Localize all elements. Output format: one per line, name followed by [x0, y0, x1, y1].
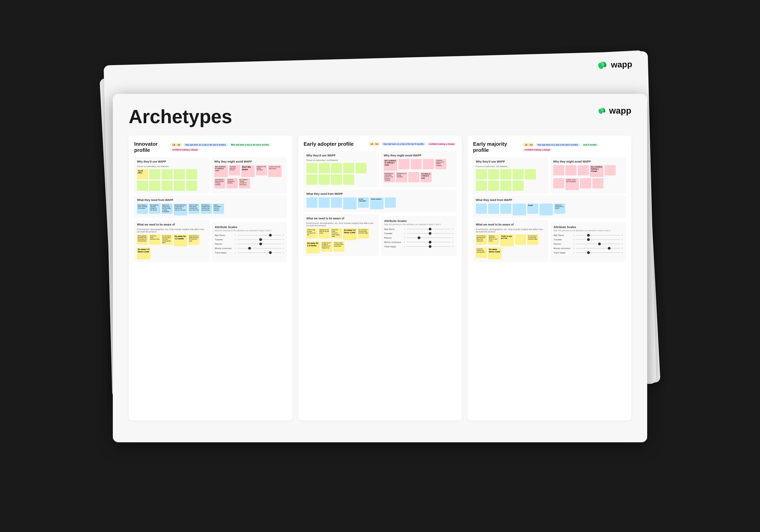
attr-row: Traveller 1 5: [553, 238, 623, 241]
sticky-note: Rarely go away for 3 times or more a yea…: [488, 234, 499, 245]
innovator-avoid-notes: Not confident in making a claim Confusio…: [214, 165, 284, 188]
innovator-tag-2: Who had been a trip in the last 6 months: [229, 143, 271, 147]
sticky-note: [500, 180, 511, 191]
sticky-note: Good: [527, 204, 538, 214]
sticky-savings: Savings on pricing did not returns: [554, 204, 565, 214]
sticky-go-away-innovator: Go away for 1-2 weeks: [174, 234, 187, 246]
sticky-note: [525, 169, 536, 179]
early-adopter-tag-2: confident making a change: [427, 142, 456, 146]
early-majority-attr-scales: Attribute Scales Rate this persona on th…: [550, 222, 626, 262]
sticky-note: Beneficiary to understand process of an …: [384, 172, 395, 182]
sticky-note: Prefer to stay in a hotel when going awa…: [333, 241, 344, 252]
innovator-why-avoid: Why they might avoid WAPP Not confident …: [212, 157, 287, 194]
sticky-activity-closer: Activity closer and smoother: [565, 178, 579, 190]
early-adopter-needs-notes: A risk calculator Good reviews: [307, 197, 453, 209]
innovator-attr-scales: Attribute Scales Rate this persona on th…: [212, 222, 287, 262]
sticky-note: [605, 165, 616, 175]
sticky-note: [580, 178, 591, 188]
sticky-note: [500, 169, 511, 179]
early-majority-tag-next6: next 6 months: [581, 143, 599, 147]
sticky-note: [411, 159, 422, 169]
early-adopter-title: Early adopter profile: [304, 141, 354, 147]
sticky-note: [307, 163, 317, 173]
sticky-note: More clarity on what's included in the p…: [137, 204, 148, 214]
early-majority-header: Early majority profile 18 - 54 Has had b…: [473, 141, 626, 153]
sticky-note: [500, 204, 511, 214]
sticky-note: Don't like jargon: [241, 165, 255, 177]
sticky-note: [540, 204, 553, 216]
attr-row: Money conscious 1 5: [553, 247, 623, 250]
sticky-note: [331, 163, 342, 173]
attr-row: Track happy 1 5: [553, 252, 623, 254]
early-majority-why-use: Why they'd use WAPP Focus on outcomes, n…: [473, 157, 548, 194]
innovator-profile: Innovator profile 18 - 44 Has had been o…: [129, 135, 293, 420]
attr-row: App Savvy 1 5: [215, 234, 284, 236]
early-majority-title: Early majority profile: [473, 141, 522, 153]
sticky-note: Do not tend to use any other insurance a…: [358, 228, 369, 239]
attr-row: Track happy 1 5: [215, 252, 284, 254]
sticky-note: [331, 197, 342, 208]
sticky-note: Limited use of an app for insurance but …: [321, 241, 332, 252]
wapp-wordmark: wapp: [609, 106, 631, 116]
wapp-logo-icon: [597, 107, 607, 115]
early-majority-age-tag: 18 - 54: [522, 143, 534, 147]
sticky-note: [162, 180, 172, 191]
early-adopter-aware-notes: Prefer to pay for than insurance per tri…: [307, 228, 376, 253]
sticky-note: [513, 204, 526, 216]
sticky-go-away-ea: Go away 1-2 times a year: [421, 172, 432, 182]
early-majority-needs: What they need from WAPP Good Savings on…: [473, 196, 626, 218]
early-majority-tag-1: Has had been on a trip in the last 6 mon…: [536, 143, 580, 147]
sticky-note: [137, 180, 148, 191]
sticky-note: Write typically get their travel informa…: [137, 234, 148, 245]
sticky-note: [174, 169, 185, 179]
sticky-prefer-pay-em: Prefer to pay per trip: [500, 234, 514, 246]
sticky-note: [399, 159, 409, 169]
main-card: Archetypes wapp Innovator profile: [113, 94, 647, 442]
sticky-note: [593, 178, 603, 188]
scene: wapp Empathy map - Innovator Archetypes …: [93, 48, 667, 484]
sticky-note: [476, 169, 487, 179]
sticky-note: Do not tend to use any other insurance a…: [162, 234, 172, 245]
innovator-needs: What they need from WAPP More clarity on…: [134, 196, 287, 218]
sticky-note: [343, 174, 354, 185]
sticky-note: Confusion buying an on product company: [435, 159, 446, 169]
early-adopter-use-notes: [307, 163, 376, 185]
innovator-aware: What we need to be aware of Environment,…: [134, 220, 210, 262]
innovator-tags: 18 - 44 Has had been on a trip in the la…: [170, 143, 287, 152]
sticky-note: Prefer to pay for than insurance per tri…: [307, 228, 317, 239]
sticky-note: A risk calculator: [358, 197, 369, 208]
early-adopter-tags: 18 - 54 Has had been on a trip in the la…: [368, 142, 456, 146]
sticky-note: [149, 180, 160, 191]
innovator-header: Innovator profile 18 - 44 Has had been o…: [134, 141, 287, 153]
sticky-note: [174, 180, 185, 191]
attr-row: Planner 1 5: [215, 243, 284, 245]
sticky-note: [319, 197, 330, 208]
sticky-note: Bear their trust away decisions all cons…: [188, 234, 200, 245]
page-title: Archetypes: [129, 106, 232, 127]
sticky-note: Would prefer them to start claim to help…: [174, 204, 187, 216]
early-majority-use-notes: [476, 169, 546, 191]
early-majority-tag-confident: confident making a change: [522, 148, 552, 152]
sticky-note: [356, 163, 366, 173]
attr-row: App Savvy 1 5: [553, 234, 623, 236]
sticky-note: [343, 197, 356, 209]
sticky-note: [319, 174, 330, 185]
sticky-note: [331, 174, 342, 185]
early-adopter-avoid-notes: Not confident in making a claim Confusio…: [384, 159, 453, 182]
wapp-logo: wapp: [597, 106, 631, 116]
early-majority-why-avoid: Why they might avoid WAPP Not confident …: [550, 157, 626, 194]
sticky-not-confident: Not confident in making a claim: [384, 159, 397, 171]
bg-logo-text: wapp: [611, 59, 632, 70]
sticky-note: Unlikely to use activity insurance: [256, 165, 267, 175]
profiles-grid: Innovator profile 18 - 44 Has had been o…: [129, 135, 631, 420]
attr-row: Traveller 1 5: [215, 238, 284, 241]
early-adopter-needs: What they need from WAPP A risk calculat…: [304, 189, 456, 212]
early-majority-tags: 18 - 54 Has had been on a trip in the la…: [522, 143, 626, 152]
sticky-go-away-em: Go away times a year: [488, 248, 501, 259]
attr-row: Planner 1 5: [384, 237, 453, 239]
sticky-note: [488, 169, 499, 179]
attr-row: Money conscious 1 5: [384, 241, 453, 243]
innovator-tag-1: Has had been on a trip in the last 6 mon…: [183, 143, 228, 147]
sticky-note: Travel often: [137, 169, 148, 179]
attr-row: App Savvy 1 5: [384, 228, 453, 230]
